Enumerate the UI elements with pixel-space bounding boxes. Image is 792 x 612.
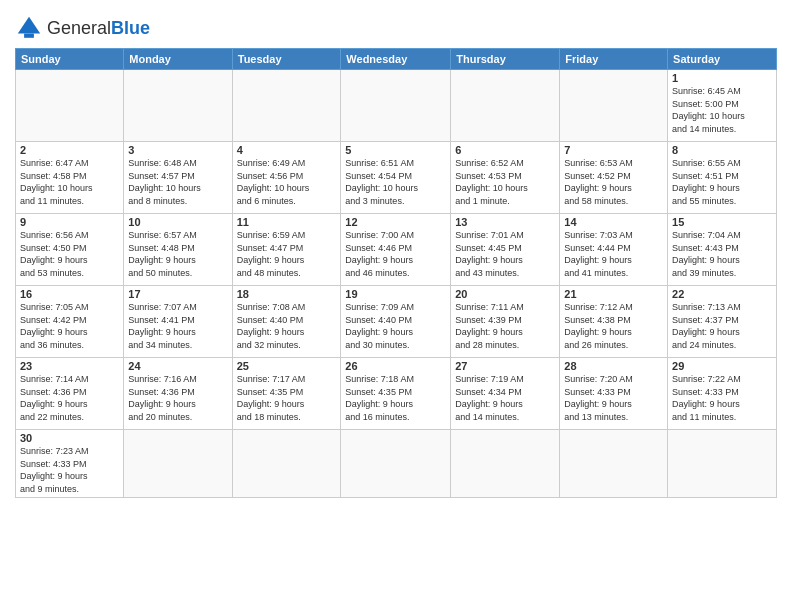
calendar-cell: 14Sunrise: 7:03 AM Sunset: 4:44 PM Dayli… — [560, 214, 668, 286]
calendar-cell: 24Sunrise: 7:16 AM Sunset: 4:36 PM Dayli… — [124, 358, 232, 430]
calendar-cell: 30Sunrise: 7:23 AM Sunset: 4:33 PM Dayli… — [16, 430, 124, 498]
calendar-cell: 11Sunrise: 6:59 AM Sunset: 4:47 PM Dayli… — [232, 214, 341, 286]
calendar-cell — [124, 70, 232, 142]
calendar-cell: 2Sunrise: 6:47 AM Sunset: 4:58 PM Daylig… — [16, 142, 124, 214]
calendar-cell — [451, 430, 560, 498]
day-number: 18 — [237, 288, 337, 300]
day-info: Sunrise: 7:11 AM Sunset: 4:39 PM Dayligh… — [455, 301, 555, 351]
day-info: Sunrise: 7:16 AM Sunset: 4:36 PM Dayligh… — [128, 373, 227, 423]
day-number: 9 — [20, 216, 119, 228]
day-info: Sunrise: 6:53 AM Sunset: 4:52 PM Dayligh… — [564, 157, 663, 207]
day-info: Sunrise: 7:13 AM Sunset: 4:37 PM Dayligh… — [672, 301, 772, 351]
generalblue-logo-icon — [15, 14, 43, 42]
day-number: 1 — [672, 72, 772, 84]
calendar-cell: 13Sunrise: 7:01 AM Sunset: 4:45 PM Dayli… — [451, 214, 560, 286]
calendar-cell: 17Sunrise: 7:07 AM Sunset: 4:41 PM Dayli… — [124, 286, 232, 358]
day-info: Sunrise: 7:05 AM Sunset: 4:42 PM Dayligh… — [20, 301, 119, 351]
day-info: Sunrise: 6:55 AM Sunset: 4:51 PM Dayligh… — [672, 157, 772, 207]
calendar-cell: 3Sunrise: 6:48 AM Sunset: 4:57 PM Daylig… — [124, 142, 232, 214]
calendar-cell: 12Sunrise: 7:00 AM Sunset: 4:46 PM Dayli… — [341, 214, 451, 286]
day-info: Sunrise: 7:17 AM Sunset: 4:35 PM Dayligh… — [237, 373, 337, 423]
day-number: 12 — [345, 216, 446, 228]
calendar-cell: 19Sunrise: 7:09 AM Sunset: 4:40 PM Dayli… — [341, 286, 451, 358]
calendar-cell — [668, 430, 777, 498]
calendar-cell — [341, 70, 451, 142]
day-info: Sunrise: 6:51 AM Sunset: 4:54 PM Dayligh… — [345, 157, 446, 207]
day-number: 2 — [20, 144, 119, 156]
svg-marker-0 — [18, 17, 40, 34]
day-number: 13 — [455, 216, 555, 228]
page: GeneralBlue SundayMondayTuesdayWednesday… — [0, 0, 792, 612]
day-number: 11 — [237, 216, 337, 228]
calendar-cell: 9Sunrise: 6:56 AM Sunset: 4:50 PM Daylig… — [16, 214, 124, 286]
day-info: Sunrise: 6:52 AM Sunset: 4:53 PM Dayligh… — [455, 157, 555, 207]
calendar-cell: 21Sunrise: 7:12 AM Sunset: 4:38 PM Dayli… — [560, 286, 668, 358]
calendar-cell — [232, 430, 341, 498]
weekday-header-saturday: Saturday — [668, 49, 777, 70]
day-info: Sunrise: 6:56 AM Sunset: 4:50 PM Dayligh… — [20, 229, 119, 279]
day-number: 15 — [672, 216, 772, 228]
day-info: Sunrise: 7:03 AM Sunset: 4:44 PM Dayligh… — [564, 229, 663, 279]
day-info: Sunrise: 7:04 AM Sunset: 4:43 PM Dayligh… — [672, 229, 772, 279]
calendar-cell: 28Sunrise: 7:20 AM Sunset: 4:33 PM Dayli… — [560, 358, 668, 430]
day-info: Sunrise: 6:45 AM Sunset: 5:00 PM Dayligh… — [672, 85, 772, 135]
svg-rect-1 — [24, 34, 34, 38]
calendar-cell — [451, 70, 560, 142]
day-number: 26 — [345, 360, 446, 372]
calendar-week-row: 30Sunrise: 7:23 AM Sunset: 4:33 PM Dayli… — [16, 430, 777, 498]
calendar-cell — [560, 70, 668, 142]
day-info: Sunrise: 6:49 AM Sunset: 4:56 PM Dayligh… — [237, 157, 337, 207]
weekday-header-wednesday: Wednesday — [341, 49, 451, 70]
day-number: 27 — [455, 360, 555, 372]
day-number: 29 — [672, 360, 772, 372]
day-number: 8 — [672, 144, 772, 156]
calendar-week-row: 23Sunrise: 7:14 AM Sunset: 4:36 PM Dayli… — [16, 358, 777, 430]
day-number: 10 — [128, 216, 227, 228]
calendar-cell: 1Sunrise: 6:45 AM Sunset: 5:00 PM Daylig… — [668, 70, 777, 142]
day-info: Sunrise: 7:07 AM Sunset: 4:41 PM Dayligh… — [128, 301, 227, 351]
day-info: Sunrise: 6:59 AM Sunset: 4:47 PM Dayligh… — [237, 229, 337, 279]
calendar-cell: 5Sunrise: 6:51 AM Sunset: 4:54 PM Daylig… — [341, 142, 451, 214]
day-info: Sunrise: 7:08 AM Sunset: 4:40 PM Dayligh… — [237, 301, 337, 351]
calendar-cell: 15Sunrise: 7:04 AM Sunset: 4:43 PM Dayli… — [668, 214, 777, 286]
day-number: 21 — [564, 288, 663, 300]
calendar-cell: 27Sunrise: 7:19 AM Sunset: 4:34 PM Dayli… — [451, 358, 560, 430]
weekday-header-sunday: Sunday — [16, 49, 124, 70]
calendar-cell — [341, 430, 451, 498]
day-number: 4 — [237, 144, 337, 156]
calendar-week-row: 2Sunrise: 6:47 AM Sunset: 4:58 PM Daylig… — [16, 142, 777, 214]
calendar-cell: 29Sunrise: 7:22 AM Sunset: 4:33 PM Dayli… — [668, 358, 777, 430]
logo: GeneralBlue — [15, 14, 150, 42]
day-info: Sunrise: 7:22 AM Sunset: 4:33 PM Dayligh… — [672, 373, 772, 423]
day-info: Sunrise: 7:23 AM Sunset: 4:33 PM Dayligh… — [20, 445, 119, 495]
logo-text: GeneralBlue — [47, 18, 150, 39]
day-number: 20 — [455, 288, 555, 300]
calendar-cell — [560, 430, 668, 498]
weekday-header-thursday: Thursday — [451, 49, 560, 70]
day-number: 16 — [20, 288, 119, 300]
weekday-header-row: SundayMondayTuesdayWednesdayThursdayFrid… — [16, 49, 777, 70]
calendar-cell: 10Sunrise: 6:57 AM Sunset: 4:48 PM Dayli… — [124, 214, 232, 286]
day-info: Sunrise: 7:09 AM Sunset: 4:40 PM Dayligh… — [345, 301, 446, 351]
calendar-week-row: 16Sunrise: 7:05 AM Sunset: 4:42 PM Dayli… — [16, 286, 777, 358]
day-info: Sunrise: 7:00 AM Sunset: 4:46 PM Dayligh… — [345, 229, 446, 279]
calendar: SundayMondayTuesdayWednesdayThursdayFrid… — [15, 48, 777, 498]
calendar-cell: 26Sunrise: 7:18 AM Sunset: 4:35 PM Dayli… — [341, 358, 451, 430]
header: GeneralBlue — [15, 10, 777, 42]
calendar-cell: 7Sunrise: 6:53 AM Sunset: 4:52 PM Daylig… — [560, 142, 668, 214]
day-info: Sunrise: 7:12 AM Sunset: 4:38 PM Dayligh… — [564, 301, 663, 351]
calendar-cell: 23Sunrise: 7:14 AM Sunset: 4:36 PM Dayli… — [16, 358, 124, 430]
day-number: 5 — [345, 144, 446, 156]
calendar-week-row: 9Sunrise: 6:56 AM Sunset: 4:50 PM Daylig… — [16, 214, 777, 286]
day-info: Sunrise: 7:18 AM Sunset: 4:35 PM Dayligh… — [345, 373, 446, 423]
day-number: 14 — [564, 216, 663, 228]
day-number: 25 — [237, 360, 337, 372]
day-info: Sunrise: 7:19 AM Sunset: 4:34 PM Dayligh… — [455, 373, 555, 423]
day-info: Sunrise: 6:47 AM Sunset: 4:58 PM Dayligh… — [20, 157, 119, 207]
calendar-cell: 20Sunrise: 7:11 AM Sunset: 4:39 PM Dayli… — [451, 286, 560, 358]
day-number: 6 — [455, 144, 555, 156]
weekday-header-friday: Friday — [560, 49, 668, 70]
calendar-cell: 18Sunrise: 7:08 AM Sunset: 4:40 PM Dayli… — [232, 286, 341, 358]
day-number: 3 — [128, 144, 227, 156]
weekday-header-tuesday: Tuesday — [232, 49, 341, 70]
